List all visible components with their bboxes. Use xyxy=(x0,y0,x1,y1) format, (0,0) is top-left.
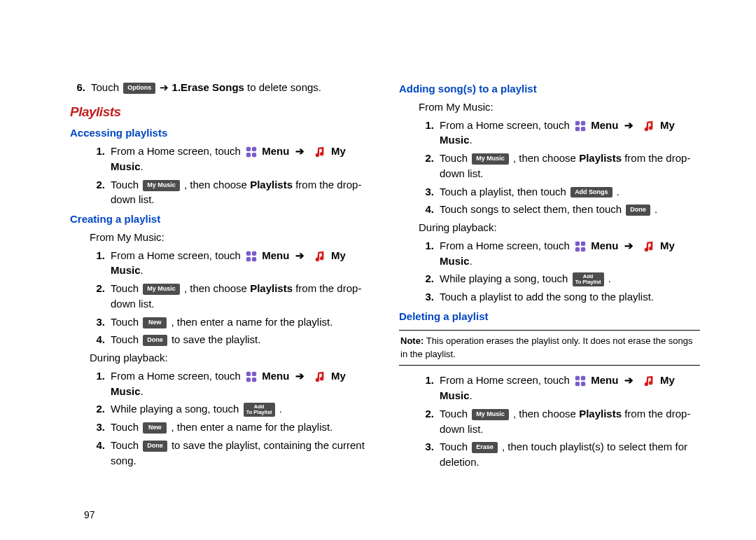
list-item: 1. From a Home screen, touch Menu ➔ My M… xyxy=(90,144,371,174)
from-my-music-label: From My Music: xyxy=(419,99,700,115)
text: to delete songs. xyxy=(244,81,321,93)
menu-icon xyxy=(574,240,587,253)
page-number: 97 xyxy=(84,508,95,522)
menu-icon xyxy=(574,120,587,132)
erase-button: Erase xyxy=(472,442,498,453)
deleting-playlist-heading: Deleting a playlist xyxy=(399,309,700,324)
playlists-heading: Playlists xyxy=(70,102,371,122)
add-songs-button: Add Songs xyxy=(570,187,612,198)
music-note-icon xyxy=(643,120,655,132)
note-box: Note: This operation erases the playlist… xyxy=(399,330,700,366)
manual-page: 6. Touch Options ➔ 1.Erase Songs to dele… xyxy=(0,0,756,487)
step-number: 6. xyxy=(70,80,85,95)
list-item: 2. Touch My Music , then choose Playlist… xyxy=(419,406,700,437)
list-item: 2. Touch My Music , then choose Playlist… xyxy=(90,281,371,312)
new-button: New xyxy=(143,422,167,434)
music-note-icon xyxy=(314,371,326,383)
menu-icon xyxy=(245,250,258,263)
add-to-playlist-button: AddTo Playlist xyxy=(244,403,275,417)
done-button: Done xyxy=(626,205,650,216)
list-item: 3. Touch New , then enter a name for the… xyxy=(90,420,371,435)
list-item: 3. Touch New , then enter a name for the… xyxy=(90,314,371,330)
list-item: 2. While playing a song, touch AddTo Pla… xyxy=(90,401,371,417)
list-item: 3. Touch Erase , then touch playlist(s) … xyxy=(419,439,700,470)
right-column: Adding song(s) to a playlist From My Mus… xyxy=(399,77,700,473)
during-playback-label: During playback: xyxy=(90,350,371,366)
mymusic-button: My Music xyxy=(143,180,180,191)
note-label: Note: xyxy=(400,335,426,346)
music-note-icon xyxy=(643,240,655,253)
step-6: 6. Touch Options ➔ 1.Erase Songs to dele… xyxy=(70,80,371,95)
left-column: 6. Touch Options ➔ 1.Erase Songs to dele… xyxy=(70,77,371,473)
list-item: 1. From a Home screen, touch Menu ➔ My M… xyxy=(419,118,700,148)
list-item: 4. Touch Done to save the playlist. xyxy=(90,332,371,347)
creating-playlist-heading: Creating a playlist xyxy=(70,212,371,227)
note-text: This operation erases the playlist only.… xyxy=(400,335,692,359)
list-item: 4. Touch Done to save the playlist, cont… xyxy=(90,438,371,469)
list-item: 2. Touch My Music , then choose Playlist… xyxy=(90,177,371,208)
accessing-playlists-heading: Accessing playlists xyxy=(70,125,371,141)
during-playback-label: During playback: xyxy=(419,220,700,235)
music-note-icon xyxy=(314,146,326,158)
mymusic-button: My Music xyxy=(472,153,509,165)
list-item: 1. From a Home screen, touch Menu ➔ My M… xyxy=(419,373,700,403)
text: Touch xyxy=(91,81,122,93)
music-note-icon xyxy=(314,250,326,263)
adding-songs-heading: Adding song(s) to a playlist xyxy=(399,81,700,97)
list-item: 1. From a Home screen, touch Menu ➔ My M… xyxy=(90,248,371,279)
add-to-playlist-button: AddTo Playlist xyxy=(573,272,604,286)
arrow-text: ➔ xyxy=(160,81,172,93)
list-item: 4. Touch songs to select them, then touc… xyxy=(419,202,700,217)
mymusic-button: My Music xyxy=(472,409,509,420)
menu-icon xyxy=(245,146,258,158)
menu-icon xyxy=(245,371,258,383)
options-button: Options xyxy=(123,83,155,94)
list-item: 3. Touch a playlist to add the song to t… xyxy=(419,289,700,305)
new-button: New xyxy=(143,317,167,328)
list-item: 1. From a Home screen, touch Menu ➔ My M… xyxy=(90,368,371,399)
mymusic-button: My Music xyxy=(143,284,180,295)
from-my-music-label: From My Music: xyxy=(90,230,371,245)
list-item: 2. Touch My Music , then choose Playlist… xyxy=(419,151,700,181)
list-item: 3. Touch a playlist, then touch Add Song… xyxy=(419,184,700,200)
list-item: 1. From a Home screen, touch Menu ➔ My M… xyxy=(419,238,700,269)
list-item: 2. While playing a song, touch AddTo Pla… xyxy=(419,271,700,286)
done-button: Done xyxy=(143,441,167,452)
bold-text: 1.Erase Songs xyxy=(172,81,244,93)
music-note-icon xyxy=(643,375,655,387)
menu-icon xyxy=(574,375,587,387)
done-button: Done xyxy=(143,335,167,346)
